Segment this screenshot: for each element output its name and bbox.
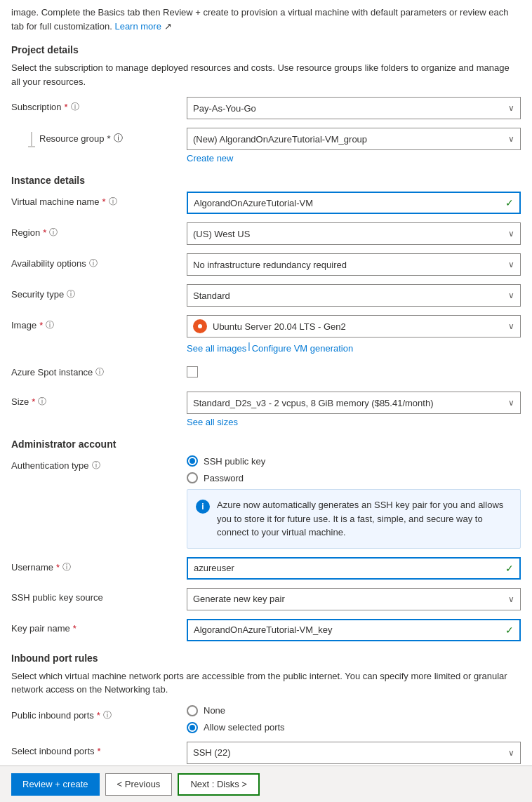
previous-button[interactable]: < Previous — [105, 773, 173, 796]
subscription-row: Subscription * ⓘ Pay-As-You-Go ∨ — [11, 97, 521, 119]
vm-name-label: Virtual machine name * ⓘ — [11, 192, 187, 208]
availability-info-icon[interactable]: ⓘ — [89, 258, 98, 269]
intro-text: image. Complete the Basics tab then Revi… — [11, 6, 521, 33]
availability-row: Availability options ⓘ No infrastructure… — [11, 253, 521, 276]
size-dropdown[interactable]: Standard_D2s_v3 - 2 vcpus, 8 GiB memory … — [187, 392, 521, 414]
bottom-bar: Review + create < Previous Next : Disks … — [0, 766, 532, 802]
image-row: Image * ⓘ Ubuntu Server 20.04 LTS - Gen2… — [11, 315, 521, 354]
public-ports-radio-group: None Allow selected ports — [187, 705, 521, 733]
see-all-images-link[interactable]: See all images — [187, 343, 246, 354]
ssh-source-label: SSH public key source — [11, 588, 187, 603]
vm-name-info-icon[interactable]: ⓘ — [109, 196, 117, 208]
admin-account-title: Administrator account — [11, 439, 521, 450]
azure-spot-label: Azure Spot instance ⓘ — [11, 362, 187, 378]
security-type-row: Security type ⓘ Standard ∨ — [11, 284, 521, 307]
region-dropdown[interactable]: (US) West US ∨ — [187, 222, 521, 245]
public-ports-info-icon[interactable]: ⓘ — [103, 709, 112, 721]
subscription-dropdown-arrow: ∨ — [508, 103, 514, 113]
subscription-label: Subscription * ⓘ — [11, 97, 187, 113]
image-label: Image * ⓘ — [11, 315, 187, 331]
resource-group-dropdown-arrow: ∨ — [508, 134, 514, 144]
auth-password-radio-button[interactable] — [187, 472, 198, 483]
azure-spot-info-icon[interactable]: ⓘ — [95, 366, 104, 378]
review-create-button[interactable]: Review + create — [11, 773, 100, 796]
allow-ports-radio-button[interactable] — [187, 722, 198, 733]
info-box-icon: i — [196, 500, 210, 514]
create-new-link[interactable]: Create new — [187, 153, 521, 163]
resource-group-label: Resource group * ⓘ — [39, 132, 123, 145]
azure-spot-checkbox[interactable] — [187, 366, 198, 377]
size-label: Size * ⓘ — [11, 392, 187, 408]
size-info-icon[interactable]: ⓘ — [38, 396, 46, 408]
username-info-icon[interactable]: ⓘ — [62, 561, 71, 573]
username-input[interactable]: azureuser ✓ — [187, 557, 521, 580]
username-check-icon: ✓ — [505, 563, 514, 574]
security-type-dropdown-arrow: ∨ — [508, 290, 514, 300]
resource-group-info-icon[interactable]: ⓘ — [114, 132, 123, 145]
none-ports-radio[interactable]: None — [187, 705, 521, 716]
vm-name-check-icon: ✓ — [505, 197, 514, 208]
vm-name-input[interactable]: AlgorandOnAzureTutorial-VM ✓ — [187, 192, 521, 214]
info-box-text: Azure now automatically generates an SSH… — [217, 498, 512, 540]
ssh-source-row: SSH public key source Generate new key p… — [11, 588, 521, 610]
security-type-info-icon[interactable]: ⓘ — [67, 288, 75, 300]
auth-type-info-icon[interactable]: ⓘ — [92, 460, 100, 472]
public-ports-row: Public inbound ports * ⓘ None Allow sele… — [11, 705, 521, 733]
auth-type-label: Authentication type ⓘ — [11, 455, 187, 472]
auth-ssh-radio[interactable]: SSH public key — [187, 455, 521, 467]
auth-type-row: Authentication type ⓘ SSH public key Pas… — [11, 455, 521, 549]
availability-dropdown[interactable]: No infrastructure redundancy required ∨ — [187, 253, 521, 276]
security-type-dropdown[interactable]: Standard ∨ — [187, 284, 521, 307]
image-dropdown[interactable]: Ubuntu Server 20.04 LTS - Gen2 ∨ — [187, 315, 521, 337]
region-info-icon[interactable]: ⓘ — [49, 227, 58, 239]
ubuntu-icon — [193, 319, 207, 333]
resource-group-dropdown[interactable]: (New) AlgorandOnAzureTutorial-VM_group ∨ — [187, 128, 521, 150]
ssh-source-dropdown-arrow: ∨ — [508, 594, 514, 604]
image-dropdown-arrow: ∨ — [508, 321, 514, 331]
public-ports-label: Public inbound ports * ⓘ — [11, 705, 187, 721]
select-ports-label: Select inbound ports * — [11, 742, 187, 756]
select-ports-dropdown-arrow: ∨ — [508, 748, 514, 758]
username-label: Username * ⓘ — [11, 557, 187, 573]
project-details-title: Project details — [11, 44, 521, 55]
resource-group-row: Resource group * ⓘ (New) AlgorandOnAzure… — [11, 128, 521, 163]
region-row: Region * ⓘ (US) West US ∨ — [11, 222, 521, 245]
region-label: Region * ⓘ — [11, 222, 187, 239]
none-ports-radio-button[interactable] — [187, 705, 198, 716]
select-ports-row: Select inbound ports * SSH (22) ∨ — [11, 742, 521, 764]
availability-dropdown-arrow: ∨ — [508, 260, 514, 269]
inbound-ports-title: Inbound port rules — [11, 653, 521, 664]
instance-details-title: Instance details — [11, 175, 521, 186]
availability-label: Availability options ⓘ — [11, 253, 187, 269]
subscription-dropdown[interactable]: Pay-As-You-Go ∨ — [187, 97, 521, 119]
ssh-source-dropdown[interactable]: Generate new key pair ∨ — [187, 588, 521, 610]
vm-name-row: Virtual machine name * ⓘ AlgorandOnAzure… — [11, 192, 521, 214]
key-pair-input[interactable]: AlgorandOnAzureTutorial-VM_key ✓ — [187, 619, 521, 641]
security-type-label: Security type ⓘ — [11, 284, 187, 300]
size-row: Size * ⓘ Standard_D2s_v3 - 2 vcpus, 8 Gi… — [11, 392, 521, 427]
key-pair-check-icon: ✓ — [505, 624, 514, 636]
auth-ssh-radio-button[interactable] — [187, 455, 198, 467]
inbound-ports-desc: Select which virtual machine network por… — [11, 669, 521, 697]
next-disks-button[interactable]: Next : Disks > — [178, 773, 260, 796]
select-ports-dropdown[interactable]: SSH (22) ∨ — [187, 742, 521, 764]
image-info-icon[interactable]: ⓘ — [46, 319, 54, 331]
project-details-desc: Select the subscription to manage deploy… — [11, 61, 521, 88]
username-row: Username * ⓘ azureuser ✓ — [11, 557, 521, 580]
ssh-info-box: i Azure now automatically generates an S… — [187, 489, 521, 549]
key-pair-label: Key pair name * — [11, 619, 187, 634]
see-all-sizes-link[interactable]: See all sizes — [187, 417, 521, 427]
auth-type-radio-group: SSH public key Password — [187, 455, 521, 483]
allow-ports-radio[interactable]: Allow selected ports — [187, 722, 521, 733]
subscription-info-icon[interactable]: ⓘ — [71, 101, 79, 113]
region-dropdown-arrow: ∨ — [508, 229, 514, 239]
auth-password-radio[interactable]: Password — [187, 472, 521, 483]
learn-more-link[interactable]: Learn more — [114, 21, 161, 32]
key-pair-row: Key pair name * AlgorandOnAzureTutorial-… — [11, 619, 521, 641]
size-dropdown-arrow: ∨ — [508, 398, 514, 408]
configure-vm-link[interactable]: Configure VM generation — [252, 343, 354, 354]
azure-spot-row: Azure Spot instance ⓘ — [11, 362, 521, 383]
